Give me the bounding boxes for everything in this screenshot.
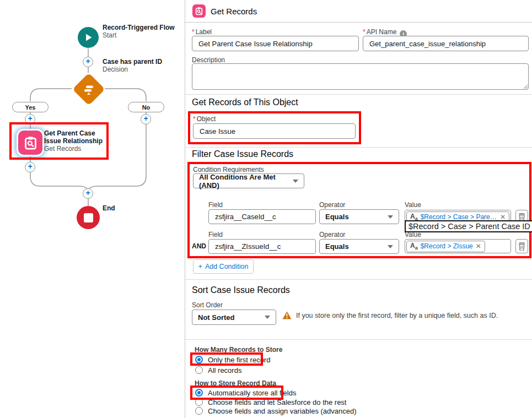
add-element-button[interactable]: +: [83, 188, 93, 199]
flow-builder-screen: Record-Triggered Flow Start + Case has p…: [0, 0, 532, 418]
stop-icon: [84, 213, 93, 222]
decision-title: Case has parent ID: [103, 58, 162, 66]
panel-title: Get Records: [211, 7, 257, 16]
operator-column-label: Operator: [319, 231, 345, 238]
radio-option-choose-fields-advanced[interactable]: Choose fields and assign variables (adva…: [195, 406, 357, 416]
sort-section-heading: Sort Case Issue Records: [192, 285, 290, 295]
text-type-icon: Aa: [410, 242, 418, 251]
decision-node-label: Case has parent ID Decision: [103, 58, 162, 73]
get-records-title: Get Parent Case Issue Relationship: [44, 129, 112, 145]
how-many-records-label: How Many Records to Store: [195, 346, 282, 354]
get-records-subtitle: Get Records: [44, 145, 112, 153]
flow-canvas: Record-Triggered Flow Start + Case has p…: [0, 0, 185, 418]
divider: [185, 147, 532, 148]
get-records-icon: [192, 4, 206, 18]
warning-text: If you store only the first record, filt…: [296, 312, 498, 319]
field-column-label: Field: [208, 201, 223, 209]
add-element-button[interactable]: +: [25, 162, 35, 172]
start-title: Record-Triggered Flow: [103, 24, 175, 31]
radio-button[interactable]: [195, 398, 203, 406]
sort-order-label: Sort Order: [192, 301, 223, 309]
end-node[interactable]: [77, 206, 100, 229]
remove-pill-icon[interactable]: ✕: [476, 242, 481, 250]
condition-2-operator-select[interactable]: Equals: [319, 239, 399, 254]
object-field-label: Object: [193, 115, 216, 123]
chevron-down-icon: [265, 316, 270, 319]
divider: [185, 279, 532, 280]
panel-header: Get Records ✕: [185, 0, 532, 23]
decision-subtitle: Decision: [103, 66, 162, 73]
divider: [185, 94, 532, 95]
condition-2-field-input[interactable]: [208, 239, 316, 254]
radio-button[interactable]: [195, 407, 203, 415]
get-records-panel: Get Records ✕ Label API Namei Descriptio…: [185, 0, 532, 418]
radio-option-auto-store-all-fields[interactable]: Automatically store all fields: [195, 388, 296, 398]
add-element-button[interactable]: +: [83, 57, 93, 67]
object-input[interactable]: [193, 123, 356, 139]
description-field-label: Description: [192, 56, 225, 64]
and-label: AND: [192, 242, 206, 250]
remove-pill-icon[interactable]: ✕: [500, 213, 506, 221]
condition-1-field-input[interactable]: [208, 209, 316, 224]
resource-pill[interactable]: Aa $Record > ZIssue ✕: [406, 241, 485, 252]
radio-option-all-records[interactable]: All records: [195, 365, 241, 375]
get-records-node-label: Get Parent Case Issue Relationship Get R…: [44, 129, 112, 153]
radio-option-only-first-record[interactable]: Only the first record: [195, 355, 270, 365]
trash-icon: [518, 242, 525, 251]
signpost-icon: [82, 83, 95, 96]
value-column-label: Value: [405, 201, 421, 209]
start-node[interactable]: [78, 27, 99, 48]
play-icon: [84, 33, 93, 42]
filter-section-heading: Filter Case Issue Records: [192, 149, 293, 159]
sort-order-select[interactable]: Not Sorted: [192, 310, 276, 325]
label-input[interactable]: [192, 36, 359, 51]
field-column-label: Field: [208, 231, 223, 238]
plus-icon: +: [198, 263, 202, 270]
condition-1-operator-select[interactable]: Equals: [319, 209, 399, 224]
divider: [185, 339, 532, 340]
delete-condition-button[interactable]: [515, 239, 528, 253]
description-input[interactable]: [192, 63, 529, 90]
radio-button[interactable]: [195, 356, 203, 363]
how-to-store-label: How to Store Record Data: [195, 379, 276, 387]
get-records-icon: [23, 135, 38, 150]
end-title: End: [103, 204, 115, 212]
resource-tooltip: $Record > Case > Parent Case ID: [405, 220, 532, 232]
start-node-label: Record-Triggered Flow Start: [103, 24, 175, 39]
condition-requirements-select[interactable]: All Conditions Are Met (AND): [193, 173, 304, 188]
warning-icon: [282, 311, 292, 319]
operator-column-label: Operator: [319, 201, 345, 209]
radio-button[interactable]: [195, 389, 203, 397]
label-field-label: Label: [192, 28, 212, 36]
start-subtitle: Start: [103, 31, 175, 39]
sort-warning: If you store only the first record, filt…: [282, 311, 498, 319]
add-element-button[interactable]: +: [141, 114, 151, 124]
chevron-down-icon: [293, 180, 298, 183]
add-condition-button[interactable]: + Add Condition: [193, 259, 254, 274]
get-records-node[interactable]: [18, 131, 42, 155]
chevron-down-icon: [388, 215, 393, 219]
branch-label-no: No: [128, 102, 164, 112]
api-name-input[interactable]: [363, 36, 529, 51]
object-section-heading: Get Records of This Object: [192, 97, 298, 107]
radio-button[interactable]: [195, 366, 203, 374]
branch-label-yes: Yes: [12, 102, 49, 112]
chevron-down-icon: [388, 245, 393, 248]
condition-2-value-combobox[interactable]: Aa $Record > ZIssue ✕: [405, 239, 511, 253]
add-element-button[interactable]: +: [25, 114, 35, 124]
